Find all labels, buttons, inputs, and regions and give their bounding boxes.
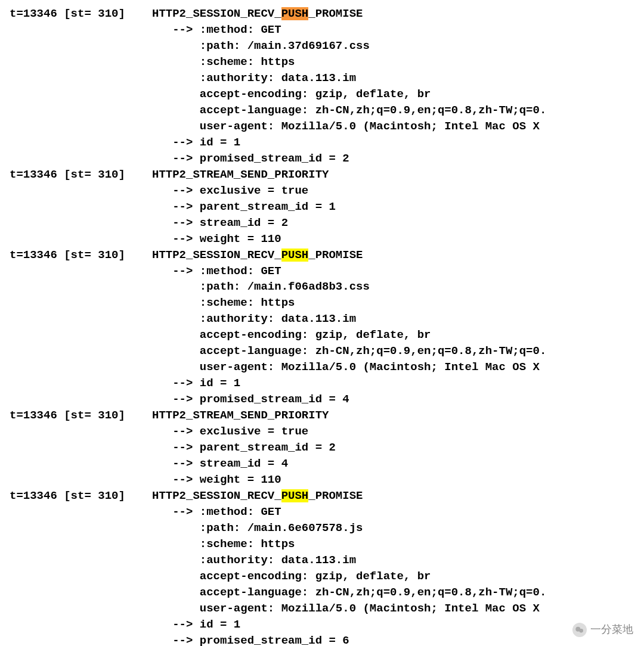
event-suffix: _PROMISE (308, 489, 363, 502)
log-subline: user-agent: Mozilla/5.0 (Macintosh; Inte… (10, 601, 644, 617)
event-suffix: _PROMISE (308, 249, 363, 262)
log-subline-text: :scheme: https (152, 55, 295, 69)
log-entry-header: t=13346 [st= 310]HTTP2_STREAM_SEND_PRIOR… (10, 408, 644, 424)
log-subline: --> id = 1 (10, 375, 644, 392)
log-subline: :path: /main.6e607578.js (10, 520, 644, 536)
log-subline: accept-language: zh-CN,zh;q=0.9,en;q=0.8… (10, 343, 644, 359)
log-subline: --> exclusive = true (10, 183, 644, 199)
event-prefix: HTTP2_STREAM_SEND_PRIORITY (152, 409, 329, 422)
log-subline-text: user-agent: Mozilla/5.0 (Macintosh; Inte… (152, 361, 546, 374)
event-prefix: HTTP2_STREAM_SEND_PRIORITY (152, 168, 329, 181)
log-subline-text: user-agent: Mozilla/5.0 (Macintosh; Inte… (152, 120, 546, 133)
log-subline: :authority: data.113.im (10, 70, 644, 86)
log-subline-text: --> exclusive = true (152, 184, 308, 197)
log-subline: :scheme: https (10, 295, 644, 311)
log-time: t=13346 [st= 310] (10, 247, 152, 263)
log-event: HTTP2_SESSION_RECV_PUSH_PROMISE (152, 7, 363, 20)
log-subline-text: accept-encoding: gzip, deflate, br (152, 88, 431, 101)
log-subline-text: user-agent: Mozilla/5.0 (Macintosh; Inte… (152, 602, 546, 615)
log-entry-header: t=13346 [st= 310]HTTP2_STREAM_SEND_PRIOR… (10, 167, 644, 183)
watermark-text: 一分菜地 (590, 622, 633, 638)
log-subline: --> id = 1 (10, 617, 644, 633)
net-log-output: t=13346 [st= 310]HTTP2_SESSION_RECV_PUSH… (10, 6, 644, 646)
log-subline: :path: /main.f06ad8b3.css (10, 279, 644, 295)
log-subline-text: :authority: data.113.im (152, 312, 356, 325)
log-entry: t=13346 [st= 310]HTTP2_SESSION_RECV_PUSH… (10, 488, 644, 646)
log-subline: accept-language: zh-CN,zh;q=0.9,en;q=0.8… (10, 585, 644, 601)
log-entry-header: t=13346 [st= 310]HTTP2_SESSION_RECV_PUSH… (10, 488, 644, 504)
log-subline: --> weight = 110 (10, 472, 644, 488)
log-subline-text: --> stream_id = 2 (152, 216, 288, 229)
log-subline-text: accept-language: zh-CN,zh;q=0.9,en;q=0.8… (152, 586, 546, 599)
log-subline-text: accept-encoding: gzip, deflate, br (152, 570, 431, 583)
log-subline-text: --> id = 1 (152, 377, 240, 390)
log-entry: t=13346 [st= 310]HTTP2_STREAM_SEND_PRIOR… (10, 167, 644, 247)
log-subline: :authority: data.113.im (10, 552, 644, 569)
event-highlight: PUSH (281, 249, 309, 262)
svg-point-1 (579, 629, 583, 633)
log-subline-text: :path: /main.6e607578.js (152, 521, 363, 535)
log-subline: --> weight = 110 (10, 231, 644, 247)
log-subline: --> stream_id = 4 (10, 456, 644, 472)
log-subline-text: accept-encoding: gzip, deflate, br (152, 328, 431, 341)
log-subline: --> parent_stream_id = 2 (10, 440, 644, 456)
log-subline-text: --> stream_id = 4 (152, 457, 288, 470)
watermark: 一分菜地 (572, 622, 633, 638)
wechat-icon (572, 623, 587, 637)
event-highlight: PUSH (281, 489, 309, 502)
event-prefix: HTTP2_SESSION_RECV_ (152, 249, 281, 262)
log-subline-text: --> id = 1 (152, 618, 240, 631)
log-subline-text: --> :method: GET (152, 23, 281, 36)
log-time: t=13346 [st= 310] (10, 408, 152, 424)
event-suffix: _PROMISE (308, 7, 363, 20)
log-subline: --> :method: GET (10, 22, 644, 38)
log-subline: accept-encoding: gzip, deflate, br (10, 327, 644, 343)
log-subline-text: --> weight = 110 (152, 232, 281, 246)
log-event: HTTP2_STREAM_SEND_PRIORITY (152, 409, 329, 422)
log-subline-text: --> parent_stream_id = 2 (152, 441, 336, 454)
log-subline-text: :authority: data.113.im (152, 72, 356, 85)
log-subline-text: --> promised_stream_id = 4 (152, 393, 349, 406)
log-time: t=13346 [st= 310] (10, 167, 152, 183)
log-subline-text: :authority: data.113.im (152, 554, 356, 567)
log-entry: t=13346 [st= 310]HTTP2_SESSION_RECV_PUSH… (10, 6, 644, 167)
log-subline-text: --> parent_stream_id = 1 (152, 200, 336, 213)
log-subline-text: --> promised_stream_id = 6 (152, 634, 349, 646)
log-subline: --> parent_stream_id = 1 (10, 199, 644, 215)
event-prefix: HTTP2_SESSION_RECV_ (152, 7, 281, 20)
log-subline: --> promised_stream_id = 4 (10, 392, 644, 408)
log-entry: t=13346 [st= 310]HTTP2_STREAM_SEND_PRIOR… (10, 408, 644, 488)
log-subline: accept-language: zh-CN,zh;q=0.9,en;q=0.8… (10, 103, 644, 119)
log-event: HTTP2_SESSION_RECV_PUSH_PROMISE (152, 249, 363, 262)
log-subline: --> promised_stream_id = 2 (10, 151, 644, 167)
log-subline: user-agent: Mozilla/5.0 (Macintosh; Inte… (10, 119, 644, 135)
event-prefix: HTTP2_SESSION_RECV_ (152, 489, 281, 502)
log-subline: --> id = 1 (10, 135, 644, 151)
log-subline: :scheme: https (10, 536, 644, 552)
log-subline-text: --> promised_stream_id = 2 (152, 152, 349, 165)
log-subline-text: --> exclusive = true (152, 425, 308, 438)
log-subline: accept-encoding: gzip, deflate, br (10, 569, 644, 585)
log-subline-text: accept-language: zh-CN,zh;q=0.9,en;q=0.8… (152, 344, 546, 358)
log-subline: accept-encoding: gzip, deflate, br (10, 86, 644, 103)
log-subline-text: accept-language: zh-CN,zh;q=0.9,en;q=0.8… (152, 104, 546, 117)
log-entry-header: t=13346 [st= 310]HTTP2_SESSION_RECV_PUSH… (10, 6, 644, 22)
log-event: HTTP2_SESSION_RECV_PUSH_PROMISE (152, 489, 363, 502)
log-subline-text: :path: /main.37d69167.css (152, 39, 370, 52)
log-entry-header: t=13346 [st= 310]HTTP2_SESSION_RECV_PUSH… (10, 247, 644, 263)
log-subline-text: --> :method: GET (152, 505, 281, 518)
log-subline: :path: /main.37d69167.css (10, 38, 644, 54)
event-highlight: PUSH (281, 7, 309, 20)
log-subline-text: --> :method: GET (152, 265, 281, 278)
log-subline: --> :method: GET (10, 263, 644, 279)
log-subline: :scheme: https (10, 54, 644, 70)
log-subline: user-agent: Mozilla/5.0 (Macintosh; Inte… (10, 359, 644, 375)
log-subline: --> promised_stream_id = 6 (10, 633, 644, 646)
log-subline-text: --> weight = 110 (152, 473, 281, 486)
log-subline-text: :scheme: https (152, 538, 295, 551)
log-entry: t=13346 [st= 310]HTTP2_SESSION_RECV_PUSH… (10, 247, 644, 408)
log-subline-text: --> id = 1 (152, 136, 240, 149)
log-subline: --> exclusive = true (10, 424, 644, 440)
log-subline: --> stream_id = 2 (10, 215, 644, 231)
log-time: t=13346 [st= 310] (10, 488, 152, 504)
